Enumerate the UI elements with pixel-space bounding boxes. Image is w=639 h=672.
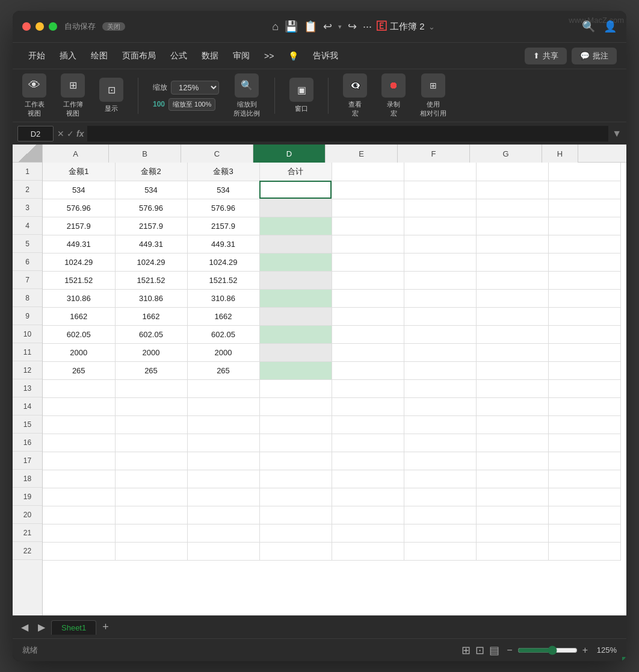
cell-F3[interactable] [404,199,476,217]
relative-ref-button[interactable]: ⊞ [421,73,445,98]
cell-F4[interactable] [404,217,476,235]
save-icon[interactable]: 💾 [285,20,298,33]
row-header-17[interactable]: 17 [13,452,42,470]
row-header-11[interactable]: 11 [13,343,42,361]
cell-D12[interactable] [259,361,332,379]
page-break-icon[interactable]: ▤ [489,644,499,657]
row-header-2[interactable]: 2 [13,181,42,199]
worksheet-view-button[interactable]: 👁 [22,73,46,98]
tab-next-button[interactable]: ▶ [34,620,49,634]
cell-H1[interactable] [548,163,620,181]
cell-G1[interactable] [476,163,548,181]
cell-F1[interactable] [404,163,476,181]
cell-C5[interactable]: 449.31 [187,235,259,253]
cell-B6[interactable]: 1024.29 [115,253,187,271]
cell-B4[interactable]: 2157.9 [115,217,187,235]
zoom-slider[interactable] [517,646,578,655]
row-header-10[interactable]: 10 [13,325,42,343]
cell-reference[interactable]: D2 [17,126,54,142]
sheet-tab-sheet1[interactable]: Sheet1 [51,620,96,635]
cell-G9[interactable] [476,307,548,325]
tab-prev-button[interactable]: ◀ [17,620,32,634]
cell-B10[interactable]: 602.05 [115,325,187,343]
cell-A8[interactable]: 310.86 [43,289,115,307]
cell-C12[interactable]: 265 [187,361,259,379]
workbook-view-button[interactable]: ⊞ [61,73,85,98]
cell-A9[interactable]: 1662 [43,307,115,325]
col-header-B[interactable]: B [109,145,181,163]
cell-F13[interactable] [404,379,476,397]
row-header-3[interactable]: 3 [13,199,42,217]
row-header-1[interactable]: 1 [13,163,42,181]
cell-C13[interactable] [187,379,259,397]
cell-B11[interactable]: 2000 [115,343,187,361]
cell-D4[interactable] [259,217,332,235]
menu-more[interactable]: >> [258,49,280,63]
copy-icon[interactable]: 📋 [304,20,317,33]
cell-A17[interactable] [43,452,115,470]
cell-D10[interactable] [259,325,332,343]
row-header-8[interactable]: 8 [13,289,42,307]
cell-B8[interactable]: 310.86 [115,289,187,307]
row-header-7[interactable]: 7 [13,271,42,289]
undo-dropdown-icon[interactable]: ▾ [338,23,342,31]
cell-H3[interactable] [548,199,620,217]
cell-A3[interactable]: 576.96 [43,199,115,217]
window-button[interactable]: ▣ [289,78,313,102]
cell-G12[interactable] [476,361,548,379]
cell-G10[interactable] [476,325,548,343]
menu-tell-me[interactable]: 告诉我 [307,48,344,64]
page-view-icon[interactable]: ⊡ [475,644,484,657]
row-header-6[interactable]: 6 [13,253,42,271]
row-header-4[interactable]: 4 [13,217,42,235]
cell-E6[interactable] [332,253,404,271]
col-header-F[interactable]: F [398,145,470,163]
cell-C8[interactable]: 310.86 [187,289,259,307]
cell-E4[interactable] [332,217,404,235]
col-header-D[interactable]: D [253,145,326,163]
title-dropdown-icon[interactable]: ⌄ [428,22,435,31]
formula-expand-icon[interactable]: ▼ [612,128,622,139]
cell-H5[interactable] [548,235,620,253]
row-header-5[interactable]: 5 [13,235,42,253]
cell-C7[interactable]: 1521.52 [187,271,259,289]
maximize-button[interactable] [49,22,57,31]
cell-F7[interactable] [404,271,476,289]
cancel-formula-icon[interactable]: ✕ [57,129,64,138]
cell-A13[interactable] [43,379,115,397]
zoom-dropdown[interactable]: 125% 100% 75% [171,81,219,95]
cell-G11[interactable] [476,343,548,361]
cell-C3[interactable]: 576.96 [187,199,259,217]
cell-B7[interactable]: 1521.52 [115,271,187,289]
more-icon[interactable]: ··· [363,20,372,33]
cell-A10[interactable]: 602.05 [43,325,115,343]
cell-H13[interactable] [548,379,620,397]
cell-E1[interactable] [332,163,404,181]
cell-D5[interactable] [259,235,332,253]
cell-G8[interactable] [476,289,548,307]
undo-icon[interactable]: ↩ [323,20,332,33]
cell-D13[interactable] [259,379,332,397]
redo-icon[interactable]: ↪ [348,20,357,33]
cell-D14[interactable] [259,397,332,415]
cell-G6[interactable] [476,253,548,271]
search-icon[interactable]: 🔍 [582,20,595,33]
add-sheet-button[interactable]: + [99,621,113,633]
cell-C11[interactable]: 2000 [187,343,259,361]
user-icon[interactable]: 👤 [604,20,617,33]
cell-B13[interactable] [115,379,187,397]
cell-A12[interactable]: 265 [43,361,115,379]
row-header-22[interactable]: 22 [13,542,42,560]
cell-A5[interactable]: 449.31 [43,235,115,253]
fx-icon[interactable]: fx [76,129,84,138]
row-header-19[interactable]: 19 [13,488,42,506]
cell-H6[interactable] [548,253,620,271]
cell-H4[interactable] [548,217,620,235]
normal-view-icon[interactable]: ⊞ [461,644,471,657]
cell-E9[interactable] [332,307,404,325]
cell-F8[interactable] [404,289,476,307]
close-button[interactable] [22,22,31,31]
cell-A11[interactable]: 2000 [43,343,115,361]
col-header-C[interactable]: C [181,145,253,163]
zoom-100-button[interactable]: 缩放至 100% [168,98,215,111]
